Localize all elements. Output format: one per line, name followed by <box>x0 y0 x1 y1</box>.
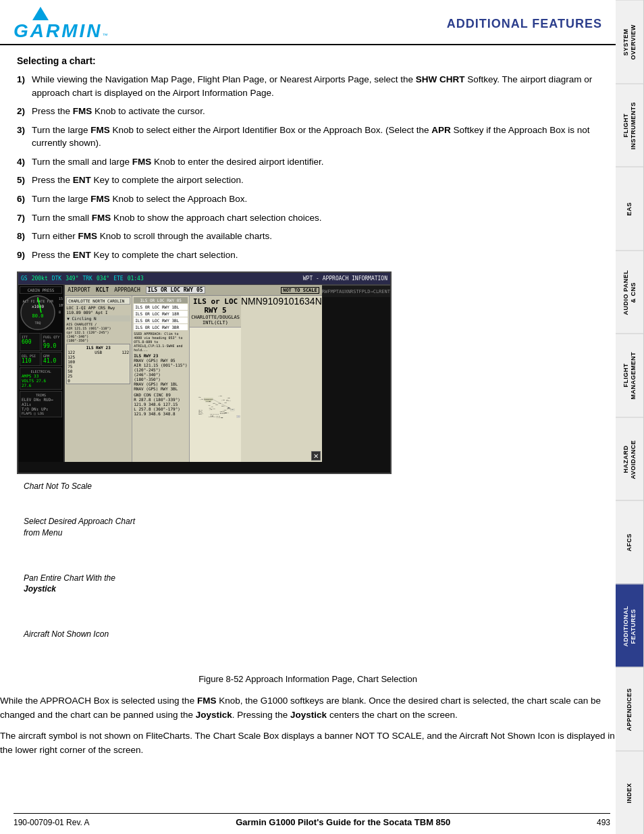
svg-text:ATBL: ATBL <box>227 400 229 400</box>
chart-content: CHARLOTTE NORTH CAROLIN LOC I-QI APP CRS… <box>65 296 322 462</box>
svg-text:TRQ: TRQ <box>34 321 41 325</box>
sidebar-tab-flight-instruments[interactable]: FLIGHT INSTRUMENTS <box>616 84 644 167</box>
electrical-section: ELECTRICAL AMPS 33 VOLTS 27.6 27.6 <box>20 367 62 390</box>
body-text: While the APPROACH Box is selected using… <box>0 694 616 758</box>
page-footer: 190-00709-01 Rev. A Garmin G1000 Pilot's… <box>14 813 610 827</box>
list-item: 9) Press the ENT Key to complete the cha… <box>17 249 599 262</box>
annotation-chart-not-to-scale: Chart Not To Scale <box>24 481 149 492</box>
trims-section: TRIMS ELEV DN↕ RUD↔ AIL↕ T/O DN↕ UP↕ FLA… <box>20 391 62 417</box>
sidebar-tab-audio-panel[interactable]: AUDIO PANEL & CNS <box>616 251 644 334</box>
page-header: GARMIN ™ ADDITIONAL FEATURES <box>0 0 616 45</box>
oil-psi-display: OIL PSI 110 <box>20 352 41 366</box>
sidebar-tab-index[interactable]: INDEX <box>616 751 644 835</box>
chart-header: AIRPORT KCLT APPROACH ILS OR LOC RWY 05 … <box>65 285 322 296</box>
sidebar-tab-eas[interactable]: EAS <box>616 167 644 251</box>
main-chart: ILS or LOC RWY 5 CHARLOTTE/DOUGLAS INTL(… <box>190 296 241 462</box>
display-topbar: GS 200kt DTK 349° TRK 034° ETE 01:43 WPT… <box>18 273 390 285</box>
svg-text:113.4 NMi ■■■■: 113.4 NMi ■■■■ <box>217 417 223 419</box>
sidebar-tab-afcs[interactable]: AFCS <box>616 500 644 584</box>
annotation-pan-chart: Pan Entire Chart With the Joystick <box>24 573 149 596</box>
list-item: 5) Press the ENT Key to complete the air… <box>17 174 599 187</box>
svg-text:x1000: x1000 <box>32 304 44 309</box>
chart-display: AIRPORT KCLT APPROACH ILS OR LOC RWY 05 … <box>65 285 322 462</box>
steps-list: 1) While viewing the Navigation Map Page… <box>17 73 599 261</box>
sidebar-tab-additional-features[interactable]: ADDITIONAL FEATURES <box>616 584 644 668</box>
list-item: 1) While viewing the Navigation Map Page… <box>17 73 599 99</box>
right-sidebar: SYSTEM OVERVIEW FLIGHT INSTRUMENTS EAS A… <box>616 0 644 834</box>
annotations-column: Chart Not To Scale Select Desired Approa… <box>17 474 149 640</box>
svg-text:RNAV INT: RNAV INT <box>198 411 203 411</box>
page-content: Selecting a chart: 1) While viewing the … <box>0 52 616 671</box>
sidebar-tab-hazard-avoidance[interactable]: HAZARD AVOIDANCE <box>616 417 644 501</box>
list-item: 4) Turn the small and large FMS Knob to … <box>17 155 599 169</box>
figure-container: GS 200kt DTK 349° TRK 034° ETE 01:43 WPT… <box>17 271 599 474</box>
annotation-select-approach: Select Desired Approach Chart from Menu <box>24 516 149 539</box>
garmin-wordmark: GARMIN <box>14 22 103 41</box>
approach-list: CHARLOTTE NORTH CAROLIN LOC I-QI APP CRS… <box>65 296 132 462</box>
softkey-bar: RWF MPT AUX NRST FPL D→ CLR ENT <box>322 285 390 297</box>
list-item: 8) Turn either FMS Knob to scroll throug… <box>17 230 599 243</box>
sidebar-tab-flight-management[interactable]: FLIGHT MANAGEMENT <box>616 334 644 417</box>
annotation-aircraft-not-shown: Aircraft Not Shown Icon <box>24 629 149 640</box>
list-item: 2) Press the FMS Knob to activate the cu… <box>17 105 599 118</box>
gauges-row-2: ITT 600 FUEL QTY R 99.0 OIL PSI 110 <box>20 333 62 366</box>
footer-left: 190-00709-01 Rev. A <box>14 818 90 827</box>
list-item: 7) Turn the small FMS Knob to show the a… <box>17 211 599 225</box>
svg-text:10: 10 <box>59 303 63 307</box>
main-content: GARMIN ™ ADDITIONAL FEATURES Selecting a… <box>0 0 616 758</box>
svg-text:RWY 74B: RWY 74B <box>227 409 232 409</box>
list-item: 6) Turn the large FMS Knob to select the… <box>17 192 599 206</box>
svg-rect-16 <box>190 387 241 419</box>
footer-center: Garmin G1000 Pilot's Guide for the Socat… <box>236 817 450 827</box>
footer-right: 493 <box>597 818 610 827</box>
gauges-row-1: ALT FI RATE F/M x1000 80.0 TRQ <box>20 294 62 332</box>
gpm-display: GPM 41.0 <box>41 352 62 366</box>
cockpit-display: GS 200kt DTK 349° TRK 034° ETE 01:43 WPT… <box>17 271 392 474</box>
instruments-panel: CABIN PRESS ALT FI RATE F/M x1000 <box>18 285 65 462</box>
garmin-logo: GARMIN ™ <box>14 7 108 41</box>
close-button[interactable]: ✕ <box>311 451 321 461</box>
fuel-display: FUEL QTY R 99.0 <box>41 333 62 351</box>
section-heading: Selecting a chart: <box>17 55 599 66</box>
approach-chart-svg: LOCALIZER 110.53 FCHT ■1■■1 △ 1324 2730 <box>190 319 241 462</box>
sidebar-tab-system-overview[interactable]: SYSTEM OVERVIEW <box>616 0 644 84</box>
ils-list-panel: ILS OR LOC RWY 05 ILS OR LOC RWY 1BL ILS… <box>132 296 190 462</box>
svg-text:15   12: 15 12 <box>59 296 65 301</box>
display-body: CABIN PRESS ALT FI RATE F/M x1000 <box>18 285 390 462</box>
list-item: 3) Turn the large FMS Knob to select eit… <box>17 124 599 150</box>
svg-text:8: 8 <box>59 310 61 314</box>
trademark-symbol: ™ <box>103 32 108 38</box>
figure-caption: Figure 8-52 Approach Information Page, C… <box>0 674 616 684</box>
page-title: ADDITIONAL FEATURES <box>447 17 602 31</box>
itt-display: ITT 600 <box>20 333 41 351</box>
svg-text:80.0: 80.0 <box>32 313 44 319</box>
garmin-triangle-icon <box>32 7 49 20</box>
small-gauge: 15 12 10 8 <box>57 294 65 332</box>
alt-gauge: ALT FI RATE F/M x1000 80.0 TRQ <box>20 294 57 332</box>
sidebar-tab-appendices[interactable]: APPENDICES <box>616 667 644 751</box>
